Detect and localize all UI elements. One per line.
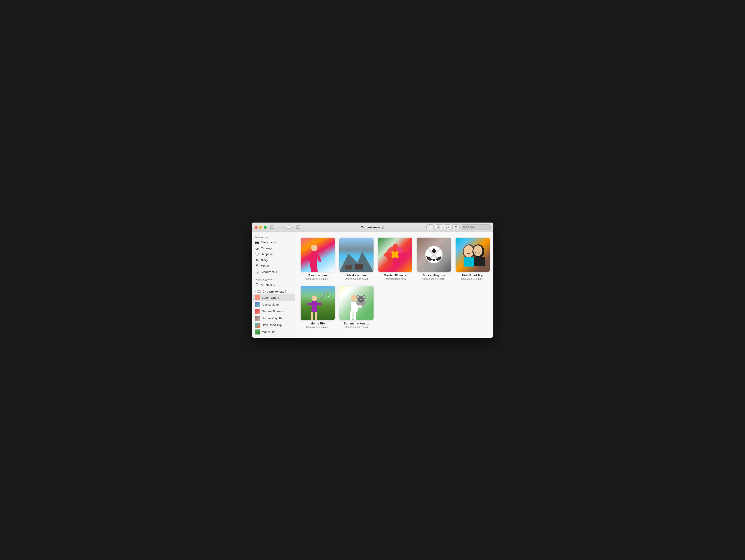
- svg-rect-36: [307, 303, 312, 305]
- heart-icon: [446, 225, 449, 229]
- album-soccer[interactable]: Soccer Playoffs Оприлюднено вами: [417, 238, 451, 280]
- info-button[interactable]: ⓘ: [426, 224, 434, 230]
- sidebar-item-beach-label: Beach album: [262, 296, 279, 300]
- album-utah-title: Utah Road Trip: [462, 274, 483, 277]
- sidebar-item-garden-flowers[interactable]: Garden Flowers: [252, 308, 295, 315]
- album-summer[interactable]: Summer in Aust... Оприлюднено вами: [339, 286, 374, 328]
- sidebar-item-beach[interactable]: Beach album: [252, 294, 295, 301]
- zoom-slider-track[interactable]: [277, 227, 295, 227]
- summer-scene: [339, 290, 374, 320]
- album-flowers[interactable]: Garden Flowers Оприлюднено вами: [378, 238, 412, 280]
- upload-button[interactable]: [452, 224, 460, 230]
- sidebar-toggle-button[interactable]: [270, 225, 274, 229]
- upload-icon: [454, 225, 458, 229]
- album-thumb-alaska: [339, 238, 374, 272]
- flower-shape: [384, 243, 407, 266]
- shared-albums-label: Спільні колекції: [263, 290, 286, 293]
- sidebar-item-imported[interactable]: Імпортовані: [252, 269, 295, 275]
- share-icon: [437, 225, 440, 229]
- sidebar-item-photos[interactable]: 📷 Фотографії: [252, 240, 295, 245]
- svg-point-48: [359, 298, 363, 302]
- album-thumb-utah: [456, 238, 490, 272]
- app-window: Спільні колекції ⓘ: [252, 222, 493, 338]
- sidebar-item-places-label: Місця: [261, 264, 269, 268]
- svg-point-32: [312, 295, 317, 301]
- svg-rect-34: [311, 312, 313, 320]
- sidebar-item-monte-label: Monte Rio: [262, 330, 275, 334]
- close-button[interactable]: [255, 226, 258, 229]
- share-button[interactable]: [435, 224, 442, 230]
- traffic-lights: [255, 226, 267, 229]
- imported-icon: [255, 270, 259, 274]
- toolbar-actions: ⓘ: [426, 224, 491, 230]
- album-alaska-subtitle: Оприлюднено вами: [345, 278, 368, 280]
- album-summer-title: Summer in Aust...: [344, 322, 369, 325]
- album-beach-title: Beach album: [309, 274, 327, 277]
- sidebar-item-memories[interactable]: Спогади: [252, 245, 295, 251]
- sidebar-item-people-label: Люди: [261, 258, 268, 262]
- svg-rect-37: [317, 303, 322, 305]
- sidebar-item-activity[interactable]: Активність: [252, 282, 295, 288]
- sidebar-item-places[interactable]: Місця: [252, 263, 295, 269]
- monte-thumb: [255, 330, 260, 335]
- svg-point-5: [311, 245, 318, 251]
- titlebar: Спільні колекції ⓘ: [252, 222, 493, 232]
- memories-icon: [255, 246, 259, 250]
- sidebar-item-favorites[interactable]: Вибране: [252, 251, 295, 257]
- svg-point-38: [351, 295, 357, 302]
- svg-rect-30: [463, 257, 475, 267]
- places-icon: [255, 264, 259, 268]
- sidebar-item-alaska[interactable]: Alaska album: [252, 301, 295, 308]
- album-monte[interactable]: Monte Rio Оприлюднено вами: [301, 286, 335, 328]
- published-section-label: Оприлюднене: [252, 277, 295, 282]
- minimize-button[interactable]: [259, 226, 262, 229]
- album-thumb-summer: [339, 286, 374, 320]
- svg-rect-35: [315, 312, 317, 320]
- content-area: Beach album Оприлюднено вами: [295, 232, 493, 338]
- search-box[interactable]: [461, 224, 491, 230]
- album-soccer-subtitle: Оприлюднено вами: [422, 278, 445, 280]
- maximize-button[interactable]: [264, 226, 267, 229]
- heart-button[interactable]: [444, 224, 451, 230]
- sidebar-item-utah[interactable]: Utah Road Trip: [252, 322, 295, 329]
- sidebar-item-memories-label: Спогади: [261, 247, 272, 250]
- svg-rect-51: [351, 305, 362, 308]
- album-soccer-title: Soccer Playoffs: [423, 274, 445, 277]
- sidebar-item-people[interactable]: Люди: [252, 257, 295, 263]
- svg-point-3: [256, 265, 258, 266]
- sidebar-item-soccer[interactable]: Soccer Playoffs: [252, 315, 295, 322]
- search-icon: [463, 226, 465, 228]
- svg-point-0: [463, 226, 464, 227]
- alaska-mountain: [339, 249, 374, 272]
- album-alaska-title: Alaska album: [347, 274, 366, 277]
- album-alaska[interactable]: Alaska album Оприлюднено вами: [339, 238, 374, 280]
- sidebar-item-utah-label: Utah Road Trip: [262, 323, 282, 327]
- sidebar-item-monte[interactable]: Monte Rio: [252, 329, 295, 335]
- svg-rect-6: [345, 265, 352, 270]
- svg-point-47: [363, 296, 365, 298]
- window-controls: [270, 225, 300, 229]
- svg-rect-40: [350, 311, 353, 320]
- album-beach-subtitle: Оприлюднено вами: [306, 278, 329, 280]
- svg-point-27: [463, 245, 474, 257]
- alaska-thumb: [255, 302, 260, 307]
- album-thumb-flowers: [378, 238, 412, 272]
- svg-point-49: [360, 299, 360, 300]
- sidebar: Бібліотека 📷 Фотографії Спогади Вибране: [252, 232, 295, 338]
- grid-view-button[interactable]: [296, 225, 300, 229]
- album-utah[interactable]: Utah Road Trip Оприлюднено вами: [456, 238, 490, 280]
- album-monte-subtitle: Оприлюднено вами: [306, 325, 329, 328]
- sidebar-item-flowers-label: Garden Flowers: [262, 310, 283, 313]
- soccer-thumb: [255, 316, 260, 321]
- search-input[interactable]: [466, 225, 488, 229]
- svg-rect-33: [312, 301, 317, 312]
- album-beach[interactable]: Beach album Оприлюднено вами: [301, 238, 335, 280]
- favorites-icon: [255, 252, 259, 256]
- svg-rect-41: [353, 311, 356, 320]
- shared-albums-group[interactable]: ▼ Спільні колекції: [252, 289, 295, 294]
- soccer-net: [424, 244, 444, 265]
- sidebar-item-imported-label: Імпортовані: [261, 270, 277, 274]
- zoom-slider-thumb[interactable]: [287, 225, 290, 229]
- svg-point-50: [361, 299, 362, 300]
- svg-point-2: [256, 259, 258, 260]
